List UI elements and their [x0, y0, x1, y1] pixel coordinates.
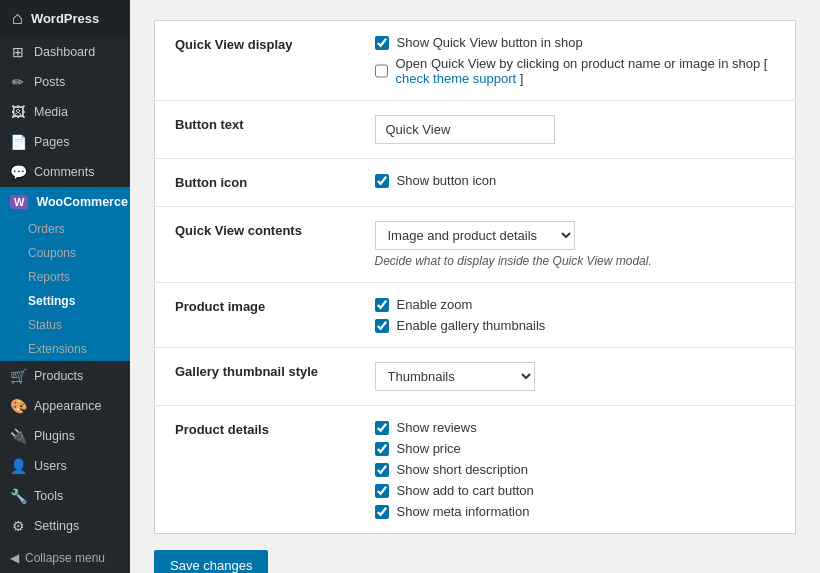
product-details-label: Product details: [155, 406, 355, 534]
show-reviews-label: Show reviews: [397, 420, 477, 435]
enable-zoom-row: Enable zoom: [375, 297, 776, 312]
gallery-thumbnail-style-row: Gallery thumbnail style Thumbnails Slide…: [155, 348, 796, 406]
show-short-description-label: Show short description: [397, 462, 529, 477]
sidebar-label-plugins: Plugins: [34, 429, 75, 443]
sidebar-label-appearance: Appearance: [34, 399, 101, 413]
sidebar-item-comments[interactable]: 💬 Comments: [0, 157, 130, 187]
show-meta-label: Show meta information: [397, 504, 530, 519]
quick-view-display-row: Quick View display Show Quick View butto…: [155, 21, 796, 101]
quick-view-contents-desc: Decide what to display inside the Quick …: [375, 254, 776, 268]
check-theme-support-link[interactable]: check theme support: [396, 71, 517, 86]
open-by-click-checkbox-row: Open Quick View by clicking on product n…: [375, 56, 776, 86]
show-short-description-checkbox[interactable]: [375, 463, 389, 477]
show-button-icon-row: Show button icon: [375, 173, 776, 188]
quick-view-display-controls: Show Quick View button in shop Open Quic…: [355, 21, 796, 101]
sidebar-label-users: Users: [34, 459, 67, 473]
gallery-thumbnail-style-control: Thumbnails Slider: [355, 348, 796, 406]
show-button-checkbox[interactable]: [375, 36, 389, 50]
sidebar-item-media[interactable]: 🖼 Media: [0, 97, 130, 127]
enable-zoom-checkbox[interactable]: [375, 298, 389, 312]
sidebar-sub-item-coupons[interactable]: Coupons: [0, 241, 130, 265]
button-text-row: Button text: [155, 101, 796, 159]
show-button-icon-checkbox[interactable]: [375, 174, 389, 188]
sidebar-sub-item-settings[interactable]: Settings: [0, 289, 130, 313]
sidebar-item-appearance[interactable]: 🎨 Appearance: [0, 391, 130, 421]
collapse-menu-button[interactable]: ◀ Collapse menu: [0, 543, 130, 573]
sidebar-sub-item-reports[interactable]: Reports: [0, 265, 130, 289]
show-button-label: Show Quick View button in shop: [397, 35, 583, 50]
show-reviews-checkbox[interactable]: [375, 421, 389, 435]
sidebar-label-media: Media: [34, 105, 68, 119]
product-image-row: Product image Enable zoom Enable gallery…: [155, 283, 796, 348]
button-icon-row: Button icon Show button icon: [155, 159, 796, 207]
sidebar-item-products[interactable]: 🛒 Products: [0, 361, 130, 391]
sidebar-label-dashboard: Dashboard: [34, 45, 95, 59]
sidebar-item-settings-main[interactable]: ⚙ Settings: [0, 511, 130, 541]
show-price-checkbox[interactable]: [375, 442, 389, 456]
quick-view-contents-control: Image and product details Image only Pro…: [355, 207, 796, 283]
wp-logo-icon: ⌂: [12, 8, 23, 29]
button-text-label: Button text: [155, 101, 355, 159]
sidebar-label-products: Products: [34, 369, 83, 383]
show-add-to-cart-row: Show add to cart button: [375, 483, 776, 498]
sidebar-item-posts[interactable]: ✏ Posts: [0, 67, 130, 97]
wp-logo-label: WordPress: [31, 11, 99, 26]
button-text-control: [355, 101, 796, 159]
button-text-input[interactable]: [375, 115, 555, 144]
product-details-row: Product details Show reviews Show price …: [155, 406, 796, 534]
button-icon-control: Show button icon: [355, 159, 796, 207]
settings-table: Quick View display Show Quick View butto…: [154, 20, 796, 534]
show-add-to-cart-checkbox[interactable]: [375, 484, 389, 498]
settings-main-icon: ⚙: [10, 518, 26, 534]
quick-view-contents-label: Quick View contents: [155, 207, 355, 283]
plugins-icon: 🔌: [10, 428, 26, 444]
sidebar-item-tools[interactable]: 🔧 Tools: [0, 481, 130, 511]
posts-icon: ✏: [10, 74, 26, 90]
sidebar-item-plugins[interactable]: 🔌 Plugins: [0, 421, 130, 451]
open-by-click-checkbox[interactable]: [375, 64, 388, 78]
pages-icon: 📄: [10, 134, 26, 150]
sidebar-item-woocommerce[interactable]: W WooCommerce: [0, 187, 130, 217]
collapse-icon: ◀: [10, 551, 19, 565]
show-meta-checkbox[interactable]: [375, 505, 389, 519]
products-icon: 🛒: [10, 368, 26, 384]
sidebar-sub-item-status[interactable]: Status: [0, 313, 130, 337]
gallery-thumbnail-style-select[interactable]: Thumbnails Slider: [375, 362, 535, 391]
button-icon-label: Button icon: [155, 159, 355, 207]
woocommerce-icon: W: [10, 195, 28, 209]
sidebar-item-users[interactable]: 👤 Users: [0, 451, 130, 481]
product-details-control: Show reviews Show price Show short descr…: [355, 406, 796, 534]
collapse-label: Collapse menu: [25, 551, 105, 565]
sidebar-label-comments: Comments: [34, 165, 94, 179]
sidebar-item-pages[interactable]: 📄 Pages: [0, 127, 130, 157]
show-button-icon-label: Show button icon: [397, 173, 497, 188]
enable-gallery-checkbox[interactable]: [375, 319, 389, 333]
woocommerce-section: W WooCommerce Orders Coupons Reports Set…: [0, 187, 130, 361]
woocommerce-label: WooCommerce: [36, 195, 127, 209]
quick-view-contents-select[interactable]: Image and product details Image only Pro…: [375, 221, 575, 250]
show-short-desc-row: Show short description: [375, 462, 776, 477]
users-icon: 👤: [10, 458, 26, 474]
product-image-label: Product image: [155, 283, 355, 348]
sidebar-label-settings-main: Settings: [34, 519, 79, 533]
enable-gallery-label: Enable gallery thumbnails: [397, 318, 546, 333]
enable-zoom-label: Enable zoom: [397, 297, 473, 312]
comments-icon: 💬: [10, 164, 26, 180]
enable-gallery-row: Enable gallery thumbnails: [375, 318, 776, 333]
sidebar-item-dashboard[interactable]: ⊞ Dashboard: [0, 37, 130, 67]
show-price-row: Show price: [375, 441, 776, 456]
sidebar-label-posts: Posts: [34, 75, 65, 89]
quick-view-contents-row: Quick View contents Image and product de…: [155, 207, 796, 283]
sidebar-label-pages: Pages: [34, 135, 69, 149]
gallery-thumbnail-style-label: Gallery thumbnail style: [155, 348, 355, 406]
quick-view-display-label: Quick View display: [155, 21, 355, 101]
show-reviews-row: Show reviews: [375, 420, 776, 435]
save-changes-button[interactable]: Save changes: [154, 550, 268, 573]
sidebar-sub-item-extensions[interactable]: Extensions: [0, 337, 130, 361]
show-price-label: Show price: [397, 441, 461, 456]
dashboard-icon: ⊞: [10, 44, 26, 60]
sidebar-sub-item-orders[interactable]: Orders: [0, 217, 130, 241]
media-icon: 🖼: [10, 104, 26, 120]
tools-icon: 🔧: [10, 488, 26, 504]
show-button-checkbox-row: Show Quick View button in shop: [375, 35, 776, 50]
